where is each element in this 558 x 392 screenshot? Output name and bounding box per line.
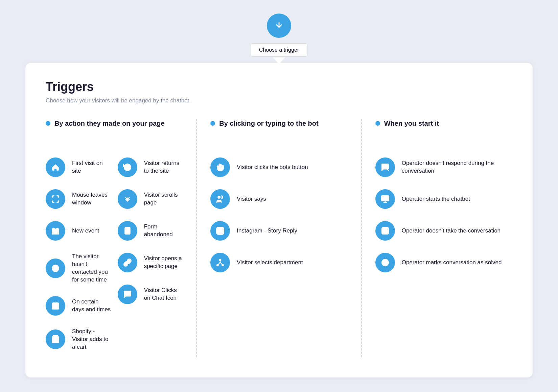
svg-point-25 [385,232,385,232]
home-icon [51,163,60,172]
trigger-first-visit[interactable]: First visit on site [46,151,111,183]
column-action: By action they made on your page First v… [46,119,196,357]
trigger-label-no-contact: The visitor hasn't contacted you for som… [72,253,111,284]
column-start: When you start it Operator doesn't respo… [361,119,512,357]
trigger-marks-solved[interactable]: Operator marks conversation as solved [375,247,512,278]
column-dot-clicking [210,121,215,126]
trigger-visitor-scrolls[interactable]: Visitor scrolls page [118,183,183,215]
calendar-icon [51,301,60,310]
trigger-selects-department[interactable]: Visitor selects department [210,247,347,278]
triangle-pointer [273,57,285,64]
trigger-icon-visitor-scrolls [118,189,137,209]
trigger-label-shopify: Shopify - Visitor adds to a cart [72,328,111,351]
trigger-label-mouse-leaves: Mouse leaves window [72,191,111,207]
svg-point-14 [219,229,222,232]
trigger-icon-visitor-returns [118,157,137,177]
trigger-label-no-take: Operator doesn't take the conversation [402,227,501,235]
operator-starts-icon [381,195,390,203]
svg-point-15 [222,229,223,229]
refresh-icon [123,163,132,172]
solved-icon [381,258,390,267]
trigger-icon-visitor-clicks-bot [210,157,230,177]
trigger-icon-no-respond [375,157,395,177]
visitor-says-icon [216,195,225,203]
column-clicking-title: By clicking or typing to the bot [219,119,318,128]
trigger-mouse-leaves[interactable]: Mouse leaves window [46,183,111,215]
no-respond-icon [381,163,390,172]
clock-icon [51,264,60,273]
svg-rect-20 [381,196,389,201]
trigger-form-abandoned[interactable]: Form abandoned [118,215,183,247]
trigger-label-no-respond: Operator doesn't respond during the conv… [402,160,512,175]
down-arrow-circle [267,14,291,38]
panel-subtitle: Choose how your visitors will be engaged… [46,97,512,104]
chat-icon [123,290,132,299]
trigger-label-new-event: New event [72,227,99,235]
column-dot-start [375,121,380,126]
trigger-label-operator-starts: Operator starts the chatbot [402,195,470,203]
link-icon [123,258,132,267]
trigger-icon-opens-page [118,253,137,272]
shopify-icon [51,335,60,344]
column-clicking: By clicking or typing to the bot Visitor… [196,119,361,357]
trigger-visitor-returns[interactable]: Visitor returns to the site [118,151,183,183]
choose-trigger-button[interactable]: Choose a trigger [251,43,307,57]
trigger-icon-visitor-says [210,189,230,209]
trigger-label-visitor-clicks-bot: Visitor clicks the bots button [237,164,308,171]
trigger-icon-selects-department [210,253,230,272]
trigger-operator-starts[interactable]: Operator starts the chatbot [375,183,512,215]
trigger-label-form-abandoned: Form abandoned [144,223,183,239]
trigger-chooser-header: Choose a trigger [251,14,307,64]
trigger-label-opens-page: Visitor opens a specific page [144,255,183,270]
trigger-label-certain-days: On certain days and times [72,298,111,314]
trigger-label-instagram: Instagram - Story Reply [237,227,297,235]
trigger-label-visitor-returns: Visitor returns to the site [144,160,183,175]
column-clicking-header: By clicking or typing to the bot [210,119,347,139]
column-clicking-items: Visitor clicks the bots button Visitor s… [210,151,347,278]
trigger-instagram[interactable]: Instagram - Story Reply [210,215,347,247]
trigger-no-take[interactable]: Operator doesn't take the conversation [375,215,512,247]
trigger-no-respond[interactable]: Operator doesn't respond during the conv… [375,151,512,183]
gift-icon [51,226,60,235]
trigger-label-visitor-scrolls: Visitor scrolls page [144,191,183,207]
trigger-icon-no-contact [46,259,65,278]
trigger-label-clicks-chat: Visitor Clicks on Chat Icon [144,287,183,302]
trigger-label-first-visit: First visit on site [72,160,111,175]
trigger-opens-page[interactable]: Visitor opens a specific page [118,247,183,278]
trigger-label-selects-department: Visitor selects department [237,259,303,267]
trigger-icon-certain-days [46,296,65,316]
trigger-icon-shopify [46,329,65,349]
svg-rect-3 [52,303,59,309]
trigger-icon-operator-starts [375,189,395,209]
col-action-left: First visit on site Mouse leaves window [46,151,111,357]
trigger-new-event[interactable]: New event [46,215,111,247]
trigger-shopify[interactable]: Shopify - Visitor adds to a cart [46,322,111,357]
panel-title: Triggers [46,80,512,94]
trigger-visitor-says[interactable]: Visitor says [210,183,347,215]
scroll-icon [123,195,132,203]
columns-wrapper: By action they made on your page First v… [46,119,512,357]
column-dot-action [46,121,50,126]
trigger-certain-days[interactable]: On certain days and times [46,290,111,322]
trigger-no-contact[interactable]: The visitor hasn't contacted you for som… [46,247,111,290]
trigger-icon-mouse-leaves [46,189,65,209]
trigger-visitor-clicks-bot[interactable]: Visitor clicks the bots button [210,151,347,183]
expand-icon [51,195,60,203]
instagram-icon [216,226,225,235]
column-action-title: By action they made on your page [54,119,165,128]
trigger-clicks-chat[interactable]: Visitor Clicks on Chat Icon [118,278,183,310]
trigger-icon-clicks-chat [118,285,137,304]
trigger-icon-first-visit [46,157,65,177]
triggers-panel: Triggers Choose how your visitors will b… [25,63,533,377]
trigger-label-visitor-says: Visitor says [237,195,266,203]
down-arrow-icon [274,21,284,30]
trigger-icon-marks-solved [375,253,395,272]
no-take-icon [381,226,390,235]
col-action-right: Visitor returns to the site Visitor scro… [118,151,183,357]
trigger-icon-no-take [375,221,395,241]
trigger-icon-new-event [46,221,65,241]
svg-point-12 [218,196,220,198]
trigger-icon-instagram [210,221,230,241]
column-start-items: Operator doesn't respond during the conv… [375,151,512,278]
trigger-icon-form-abandoned [118,221,137,241]
